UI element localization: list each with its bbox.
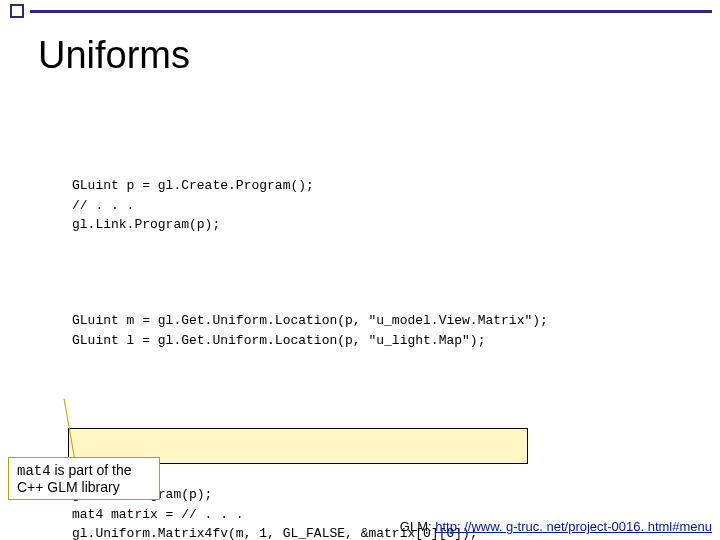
callout-mono: mat4: [17, 463, 51, 479]
footer-link[interactable]: http: //www. g-truc. net/project-0016. h…: [435, 519, 712, 534]
code-line: GLuint p = gl.Create.Program();: [72, 178, 314, 193]
code-block-2: GLuint m = gl.Get.Uniform.Location(p, "u…: [72, 311, 682, 350]
code-line: // . . .: [72, 198, 134, 213]
code-line: GLuint l = gl.Get.Uniform.Location(p, "u…: [72, 333, 485, 348]
code-line: GLuint m = gl.Get.Uniform.Location(p, "u…: [72, 313, 548, 328]
top-border: [0, 0, 720, 18]
code-area: GLuint p = gl.Create.Program(); // . . .…: [72, 137, 682, 540]
top-square-decoration: [10, 4, 24, 18]
code-line: mat4 matrix = // . . .: [72, 507, 244, 522]
top-line-decoration: [30, 10, 712, 13]
footer: GLM: http: //www. g-truc. net/project-00…: [400, 519, 712, 534]
callout-box: mat4 is part of the C++ GLM library: [8, 457, 160, 500]
slide-title: Uniforms: [38, 34, 682, 77]
footer-label: GLM:: [400, 519, 435, 534]
code-block-1: GLuint p = gl.Create.Program(); // . . .…: [72, 176, 682, 235]
code-line: gl.Link.Program(p);: [72, 217, 220, 232]
